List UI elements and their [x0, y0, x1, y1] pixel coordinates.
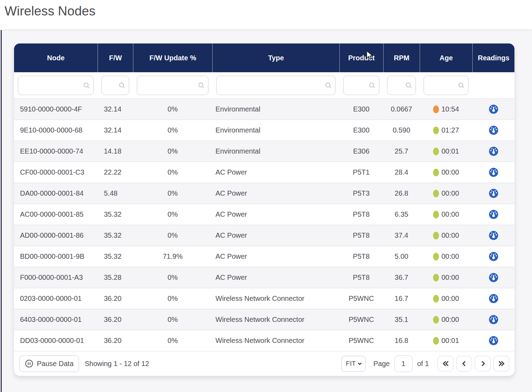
gauge-icon[interactable] — [489, 104, 498, 114]
age-status-dot — [433, 127, 439, 134]
filter-cell-node — [14, 72, 98, 99]
cell-product: P5WNC — [339, 330, 383, 351]
table-row[interactable]: EE10-0000-0000-7414.180%EnvironmentalE30… — [14, 141, 514, 162]
gauge-icon[interactable] — [489, 231, 498, 240]
cell-readings — [472, 309, 514, 330]
cell-age: 10:54 — [420, 99, 472, 120]
column-header-fw[interactable]: F/W — [98, 43, 133, 72]
chevron-down-icon — [357, 361, 363, 366]
table-row[interactable]: AC00-0000-0001-8535.320%AC PowerP5T86.35… — [14, 204, 514, 225]
table-row[interactable]: 6403-0000-0000-0136.200%Wireless Network… — [14, 309, 514, 330]
pause-data-button[interactable]: Pause Data — [19, 356, 79, 372]
cell-node: DA00-0000-0001-84 — [14, 183, 98, 204]
table-row[interactable]: F000-0000-0001-A335.280%AC PowerP5T836.7… — [14, 267, 514, 288]
table-row[interactable]: BD00-0000-0001-9B35.3271.9%AC PowerP5T85… — [14, 246, 514, 267]
cell-readings — [472, 246, 514, 267]
column-header-product[interactable]: Product — [339, 43, 383, 72]
gauge-icon[interactable] — [489, 168, 498, 177]
last-page-button[interactable] — [493, 356, 509, 371]
table-header-row: NodeF/WF/W Update %TypeProductRPMAgeRead… — [14, 43, 514, 72]
first-page-button[interactable] — [438, 356, 453, 371]
cell-rpm: 16.8 — [383, 330, 420, 351]
cell-fw: 22.22 — [98, 162, 133, 183]
table-row[interactable]: CF00-0000-0001-C322.220%AC PowerP5T128.4… — [14, 162, 514, 183]
column-header-age[interactable]: Age — [420, 43, 472, 72]
cell-node: 0203-0000-0000-01 — [14, 288, 98, 309]
page-count-label: of 1 — [417, 360, 429, 368]
cell-node: 6403-0000-0000-01 — [14, 309, 98, 330]
table-row[interactable]: 0203-0000-0000-0136.200%Wireless Network… — [14, 288, 514, 309]
table-row[interactable]: 9E10-0000-0000-6832.140%EnvironmentalE30… — [14, 120, 514, 141]
gauge-icon[interactable] — [489, 315, 498, 324]
filter-input-fw_update[interactable] — [137, 76, 208, 95]
cell-rpm: 35.1 — [383, 309, 420, 330]
gauge-icon[interactable] — [489, 294, 498, 303]
cell-readings — [472, 99, 514, 120]
age-status-dot — [433, 106, 439, 113]
table-row[interactable]: AD00-0000-0001-8635.320%AC PowerP5T837.4… — [14, 225, 514, 246]
page-size-select[interactable]: FIT — [341, 356, 366, 372]
cell-rpm: 25.7 — [383, 141, 420, 162]
cell-node: AD00-0000-0001-86 — [14, 225, 98, 246]
cell-rpm: 16.7 — [383, 288, 420, 309]
cell-readings — [472, 183, 514, 204]
cell-product: P5T3 — [339, 183, 383, 204]
next-page-button[interactable] — [475, 356, 491, 371]
table-row[interactable]: DD03-0000-0000-0136.200%Wireless Network… — [14, 330, 514, 351]
cell-type: AC Power — [212, 225, 339, 246]
filter-input-node[interactable] — [18, 76, 94, 95]
cell-node: EE10-0000-0000-74 — [14, 141, 98, 162]
filter-input-fw[interactable] — [101, 76, 129, 95]
cell-product: P5T8 — [339, 246, 383, 267]
cell-age: 00:00 — [420, 309, 472, 330]
cell-product: P5T8 — [339, 204, 383, 225]
cell-product: P5WNC — [339, 288, 383, 309]
gauge-icon[interactable] — [489, 210, 498, 219]
column-header-type[interactable]: Type — [212, 43, 339, 72]
mouse-cursor-icon — [366, 50, 375, 61]
gauge-icon[interactable] — [489, 126, 498, 135]
column-header-readings[interactable]: Readings — [472, 43, 514, 72]
cell-age: 00:00 — [420, 288, 472, 309]
cell-fw_update: 0% — [133, 309, 212, 330]
gauge-icon[interactable] — [489, 252, 498, 261]
cell-readings — [472, 141, 514, 162]
cell-fw_update: 0% — [133, 225, 212, 246]
cell-node: CF00-0000-0001-C3 — [14, 162, 98, 183]
cell-type: AC Power — [212, 267, 339, 288]
cell-fw_update: 0% — [133, 330, 212, 351]
cell-fw: 14.18 — [98, 141, 133, 162]
gauge-icon[interactable] — [489, 189, 498, 198]
gauge-icon[interactable] — [489, 273, 498, 282]
cell-type: AC Power — [212, 183, 339, 204]
age-value: 00:00 — [441, 316, 459, 324]
filter-cell-age — [420, 72, 472, 99]
cell-readings — [472, 225, 514, 246]
filter-cell-type — [212, 72, 339, 99]
cell-fw_update: 0% — [133, 267, 212, 288]
filter-input-product[interactable] — [343, 76, 379, 95]
pause-data-label: Pause Data — [37, 360, 74, 368]
page-number-input[interactable] — [394, 356, 413, 372]
column-header-node[interactable]: Node — [14, 43, 98, 72]
gauge-icon[interactable] — [489, 147, 498, 156]
age-value: 00:00 — [441, 168, 459, 176]
table-row[interactable]: DA00-0000-0001-845.480%AC PowerP5T326.80… — [14, 183, 514, 204]
age-value: 01:27 — [441, 126, 459, 134]
cell-type: Environmental — [212, 141, 339, 162]
filter-input-rpm[interactable] — [387, 76, 416, 95]
filter-cell-readings — [472, 72, 514, 99]
cell-rpm: 28.4 — [383, 162, 420, 183]
cell-fw_update: 0% — [133, 162, 212, 183]
age-status-dot — [433, 274, 439, 282]
prev-page-button[interactable] — [456, 356, 472, 371]
filter-input-age[interactable] — [424, 76, 468, 95]
column-header-rpm[interactable]: RPM — [383, 43, 420, 72]
gauge-icon[interactable] — [489, 336, 498, 345]
wireless-nodes-table: NodeF/WF/W Update %TypeProductRPMAgeRead… — [14, 43, 514, 376]
age-status-dot — [433, 169, 439, 176]
filter-input-type[interactable] — [216, 76, 335, 95]
column-header-fw_update[interactable]: F/W Update % — [133, 43, 212, 72]
table-row[interactable]: 5910-0000-0000-4F32.140%EnvironmentalE30… — [14, 99, 514, 120]
age-status-dot — [433, 295, 439, 303]
